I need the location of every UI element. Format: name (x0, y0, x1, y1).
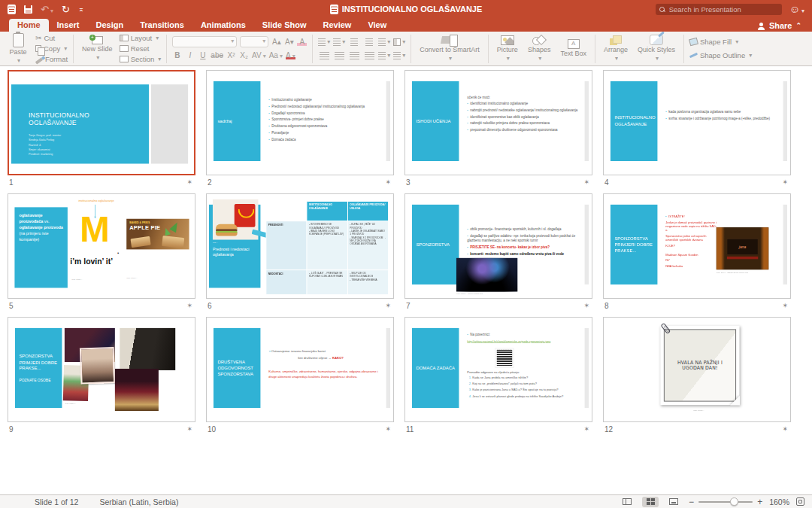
tab-insert[interactable]: Insert (49, 19, 88, 32)
tab-slide-show[interactable]: Slide Show (254, 19, 315, 32)
copy-button[interactable]: Copy (35, 44, 68, 53)
bullet: identificirati sponzorstvo kao oblik ogl… (467, 114, 579, 119)
text-line: Ostvarujemo: izravnu financijsku korist (271, 349, 326, 353)
bullets-button[interactable] (318, 37, 330, 47)
tab-view[interactable]: View (359, 19, 395, 32)
align-left-button[interactable] (318, 50, 330, 60)
justify-button[interactable] (363, 50, 375, 60)
customize-toolbar-icon[interactable]: ⌅ (78, 5, 84, 13)
slide-11[interactable]: DOMAĆA ZADAĆA Na poveznici: http://arhiv… (404, 317, 592, 422)
zoom-out-button[interactable]: − (689, 497, 694, 506)
new-slide-button[interactable]: + New Slide (79, 35, 116, 62)
share-button[interactable]: Share ⌃ (758, 21, 801, 30)
picture-icon (501, 35, 514, 45)
align-right-button[interactable] (348, 50, 360, 60)
slide-sorter-view-button[interactable] (642, 497, 659, 507)
clear-formatting-button[interactable]: A (297, 38, 307, 46)
underline-button[interactable]: U (198, 51, 208, 59)
line-spacing-button[interactable] (378, 37, 390, 47)
grow-font-button[interactable]: A▴ (271, 38, 281, 46)
new-document-icon[interactable] (8, 5, 16, 14)
language-status[interactable]: Serbian (Latin, Serbia) (99, 497, 178, 506)
zoom-slider[interactable] (698, 501, 753, 503)
arrange-label: Arrange (604, 47, 628, 54)
font-color-button[interactable]: A (286, 51, 295, 59)
undo-icon[interactable]: ↶ (41, 5, 53, 14)
decrease-indent-button[interactable] (348, 37, 360, 47)
zoom-in-button[interactable]: + (757, 497, 762, 506)
quick-styles-button[interactable]: Quick Styles (635, 34, 678, 62)
tab-design[interactable]: Design (88, 19, 132, 32)
shapes-icon (532, 35, 546, 45)
tab-animations[interactable]: Animations (192, 19, 254, 32)
feedback-smiley-icon[interactable]: ☺ (789, 4, 804, 14)
bold-button[interactable]: B (172, 51, 182, 59)
italic-button[interactable]: I (185, 51, 195, 59)
group-divider (488, 35, 489, 63)
numbering-button[interactable] (333, 37, 345, 47)
cut-button[interactable]: ✂ Cut (35, 33, 68, 43)
strikethrough-button[interactable]: abe (211, 51, 223, 59)
side-strip (585, 328, 589, 408)
shape-fill-label: Shape Fill (700, 38, 732, 46)
slide-6[interactable]: Izvor: ... Prednosti i nedostaci oglašav… (206, 193, 394, 299)
section-icon (120, 56, 129, 62)
slide-5[interactable]: oglašavanje proizvođača vs. oglašavanje … (8, 193, 195, 299)
arrange-button[interactable]: Arrange (601, 35, 631, 62)
superscript-button[interactable]: X² (226, 51, 236, 59)
collapse-ribbon-icon[interactable]: ⌃ (795, 22, 801, 29)
font-size-select[interactable] (240, 36, 268, 47)
slide-10[interactable]: DRUŠTVENA ODGOVORNOST SPONZORSTAVA ➢Ostv… (206, 317, 394, 422)
slide-thumbnail-3: ISHODI UČENJA učenik će moći: identifici… (404, 70, 592, 190)
change-case-button[interactable]: Aa (269, 51, 283, 59)
font-name-select[interactable] (172, 36, 237, 47)
picture-button[interactable]: Picture (494, 35, 521, 62)
slide-4[interactable]: INSTITUCIONALNO OGLAŠAVANJE kada poslovn… (603, 70, 791, 175)
search-input[interactable] (668, 5, 778, 14)
new-slide-icon: + (92, 36, 103, 44)
align-text-button[interactable] (393, 50, 405, 60)
slide-3[interactable]: ISHODI UČENJA učenik će moći: identifici… (404, 70, 592, 175)
text-box-button[interactable]: A Text Box (557, 38, 589, 59)
save-icon[interactable] (24, 5, 32, 14)
search-box[interactable] (656, 4, 782, 15)
reset-button[interactable]: Reset (120, 44, 162, 53)
shape-outline-button[interactable]: Shape Outline (689, 50, 752, 60)
arena-image: jana (717, 227, 768, 269)
convert-to-smartart-button[interactable]: Convert to SmartArt (417, 34, 483, 62)
image-caption: Izvor: http://... madison square garden … (717, 272, 772, 274)
slide-1[interactable]: INSTITUCIONALNO OGLAŠAVANJE Tanja Gregur… (8, 70, 195, 175)
zoom-level[interactable]: 160% (769, 497, 789, 506)
shape-outline-label: Shape Outline (700, 51, 745, 59)
increase-indent-button[interactable] (363, 37, 375, 47)
align-center-button[interactable] (333, 50, 345, 60)
redo-icon[interactable]: ↻ (62, 5, 70, 14)
text-direction-button[interactable] (378, 50, 390, 60)
tab-review[interactable]: Review (315, 19, 360, 32)
slide-show-button[interactable] (665, 497, 682, 507)
tab-transitions[interactable]: Transitions (132, 19, 192, 32)
transition-star-icon: ✶ (583, 178, 589, 186)
slide-2[interactable]: sadržaj Institucionalno oglašavanje Pred… (206, 70, 394, 175)
slide-8[interactable]: SPONZORSTVA PRIMJERI DOBRE PRAKSE... IST… (603, 193, 791, 299)
subscript-button[interactable]: X₂ (239, 51, 249, 59)
paste-button[interactable]: Paste (5, 32, 32, 65)
shrink-font-button[interactable]: A▾ (284, 38, 294, 46)
columns-button[interactable] (393, 37, 405, 47)
questions-list: Kada se Jana probila na američko tržište… (467, 376, 583, 400)
zoom-slider-knob[interactable] (730, 497, 738, 506)
table-cell: - SKUPLJE OD INSTITUCIONALNOG - TREBA VI… (347, 269, 388, 294)
tab-home[interactable]: Home (9, 19, 49, 32)
character-spacing-button[interactable]: AV (252, 51, 266, 59)
layout-button[interactable]: Layout (120, 33, 162, 43)
slide-12[interactable]: HVALA NA PAŽNJI I UGODAN DAN! Izvor: htt… (603, 317, 791, 422)
section-button[interactable]: Section (120, 54, 162, 64)
slide-7[interactable]: SPONZORSTVA oblik promocije- financiranj… (404, 193, 592, 299)
shape-fill-button[interactable]: Shape Fill (689, 37, 752, 47)
slide-9[interactable]: SPONZORSTVA PRIMJERI DOBRE PRAKSE... POZ… (8, 317, 195, 422)
slide-number: 7 (406, 302, 411, 310)
shapes-button[interactable]: Shapes (525, 35, 554, 62)
fit-to-window-button[interactable] (796, 497, 804, 506)
normal-view-button[interactable] (619, 497, 635, 507)
table-header: OGLAŠAVANJE PROIZVODA/ USLUGA (347, 201, 388, 221)
